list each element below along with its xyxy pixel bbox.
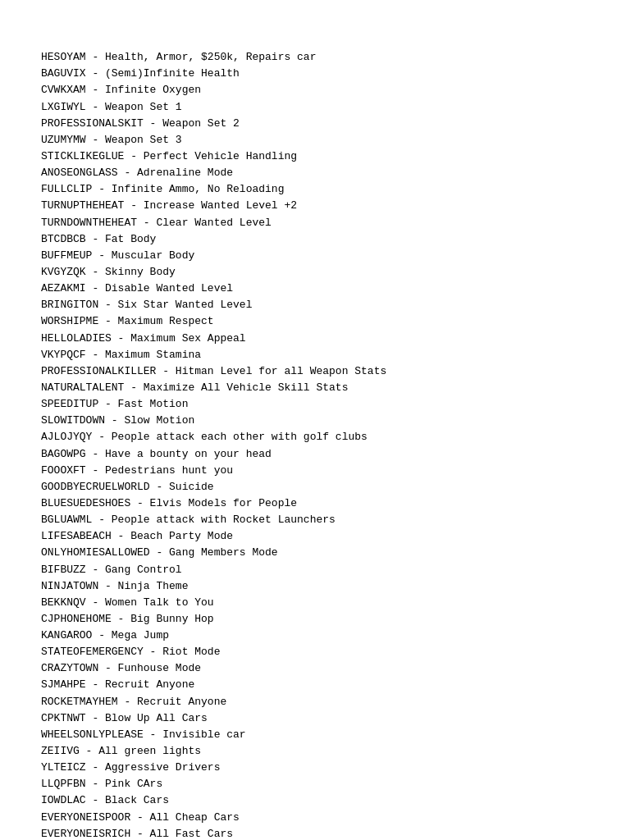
cheat-line: BLUESUEDESHOES - Elvis Models for People — [41, 495, 589, 512]
cheat-line: NATURALTALENT - Maximize All Vehicle Ski… — [41, 380, 589, 396]
cheat-line: LLQPFBN - Pink CArs — [41, 776, 589, 792]
cheat-line: STATEOFEMERGENCY - Riot Mode — [41, 644, 589, 660]
cheat-line: CPKTNWT - Blow Up All Cars — [41, 710, 589, 727]
cheat-line: BEKKNQV - Women Talk to You — [41, 595, 589, 611]
cheat-line: KANGAROO - Mega Jump — [41, 628, 589, 644]
cheat-line: AEZAKMI - Disable Wanted Level — [41, 281, 589, 297]
cheat-line: IOWDLAC - Black Cars — [41, 792, 589, 809]
cheat-line: WORSHIPME - Maximum Respect — [41, 313, 589, 330]
cheat-line: LXGIWYL - Weapon Set 1 — [41, 99, 589, 116]
cheat-line: LIFESABEACH - Beach Party Mode — [41, 528, 589, 545]
cheat-line: ZEIIVG - All green lights — [41, 743, 589, 760]
cheat-line: TURNDOWNTHEHEAT - Clear Wanted Level — [41, 215, 589, 231]
cheat-line: AJLOJYQY - People attack each other with… — [41, 429, 589, 445]
cheat-line: ONLYHOMIESALLOWED - Gang Members Mode — [41, 545, 589, 561]
cheat-line: GOODBYECRUELWORLD - Suicide — [41, 479, 589, 495]
cheat-line: STICKLIKEGLUE - Perfect Vehicle Handling — [41, 148, 589, 165]
cheat-line: BAGOWPG - Have a bounty on your head — [41, 446, 589, 463]
cheat-line: PROFESSIONALKILLER - Hitman Level for al… — [41, 363, 589, 380]
cheat-line: SJMAHPE - Recruit Anyone — [41, 677, 589, 693]
cheat-line: CVWKXAM - Infinite Oxygen — [41, 82, 589, 98]
cheat-line: HESOYAM - Health, Armor, $250k, Repairs … — [41, 49, 589, 66]
cheat-line: YLTEICZ - Aggressive Drivers — [41, 760, 589, 776]
cheat-line: KVGYZQK - Skinny Body — [41, 264, 589, 281]
cheat-line: HELLOLADIES - Maximum Sex Appeal — [41, 331, 589, 347]
cheat-line: TURNUPTHEHEAT - Increase Wanted Level +2 — [41, 198, 589, 214]
cheat-line: SPEEDITUP - Fast Motion — [41, 396, 589, 413]
cheat-line: FOOOXFT - Pedestrians hunt you — [41, 463, 589, 479]
cheat-line: VKYPQCF - Maximum Stamina — [41, 347, 589, 363]
cheat-line: BGLUAWML - People attack with Rocket Lau… — [41, 512, 589, 528]
cheat-line: EVERYONEISPOOR - All Cheap Cars — [41, 810, 589, 826]
cheat-line: BIFBUZZ - Gang Control — [41, 562, 589, 578]
cheat-line: BTCDBCB - Fat Body — [41, 231, 589, 248]
cheat-line: PROFESSIONALSKIT - Weapon Set 2 — [41, 116, 589, 132]
cheat-line: CJPHONEHOME - Big Bunny Hop — [41, 611, 589, 628]
cheat-line: WHEELSONLYPLEASE - Invisible car — [41, 727, 589, 743]
cheat-line: NINJATOWN - Ninja Theme — [41, 578, 589, 595]
cheat-line: UZUMYMW - Weapon Set 3 — [41, 132, 589, 148]
cheat-line: EVERYONEISRICH - All Fast Cars — [41, 826, 589, 840]
cheat-line: SLOWITDOWN - Slow Motion — [41, 413, 589, 429]
cheat-codes-list: HESOYAM - Health, Armor, $250k, Repairs … — [41, 33, 589, 840]
cheat-line: CRAZYTOWN - Funhouse Mode — [41, 660, 589, 677]
cheat-line: ROCKETMAYHEM - Recruit Anyone — [41, 694, 589, 710]
cheat-line: FULLCLIP - Infinite Ammo, No Reloading — [41, 181, 589, 198]
cheat-line: BRINGITON - Six Star Wanted Level — [41, 297, 589, 313]
cheat-line: ANOSEONGLASS - Adrenaline Mode — [41, 165, 589, 181]
cheat-line: BAGUVIX - (Semi)Infinite Health — [41, 66, 589, 82]
cheat-line: BUFFMEUP - Muscular Body — [41, 248, 589, 264]
